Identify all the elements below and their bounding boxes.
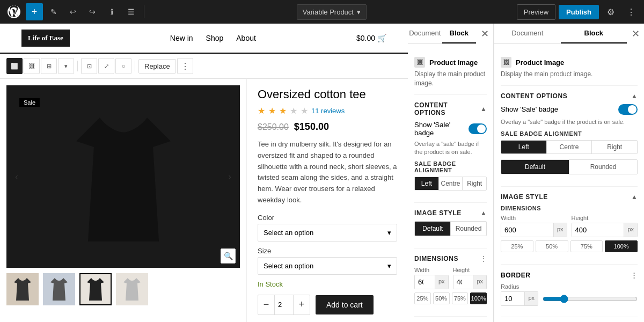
right-tab-document[interactable]: Document <box>494 24 561 43</box>
info-button[interactable]: ℹ <box>103 3 120 20</box>
size-select[interactable]: Select an option ▾ <box>258 257 397 275</box>
main-product-image: Sale ‹ › 🔍 <box>6 85 240 268</box>
middle-dimensions-title: Dimensions <box>414 255 458 262</box>
next-image-button[interactable]: › <box>224 167 236 187</box>
prev-image-button[interactable]: ‹ <box>11 167 23 187</box>
wp-logo[interactable] <box>4 2 24 21</box>
middle-style-default-button[interactable]: Default <box>415 222 451 236</box>
right-content-options-header[interactable]: Content options ▲ <box>501 92 638 100</box>
right-radius-input-wrapper: px <box>501 291 538 306</box>
middle-align-left-button[interactable]: Left <box>415 177 439 190</box>
middle-height-input[interactable] <box>453 275 473 289</box>
right-pct-25-button[interactable]: 25% <box>501 240 533 252</box>
middle-image-style-header[interactable]: Image style ▲ <box>414 209 487 217</box>
right-style-default-button[interactable]: Default <box>501 160 569 174</box>
block-ctrl-resize[interactable]: ⤢ <box>98 58 114 74</box>
middle-sale-badge-toggle[interactable] <box>469 123 487 134</box>
thumbnail-2[interactable] <box>43 273 75 305</box>
middle-width-input[interactable] <box>415 275 435 289</box>
right-width-input-row: px <box>501 223 567 237</box>
middle-dimensions-header[interactable]: Dimensions ⋮ <box>414 255 487 262</box>
right-height-input[interactable] <box>572 223 624 237</box>
color-select[interactable]: Select an option ▾ <box>258 224 397 241</box>
middle-width-label: Width <box>414 267 449 273</box>
right-radius-input[interactable] <box>501 292 524 305</box>
middle-tab-document[interactable]: Document <box>408 24 442 43</box>
toolbar-center: Variable Product ▾ <box>149 4 515 20</box>
quantity-input[interactable] <box>274 295 294 314</box>
thumbnail-3[interactable] <box>79 273 112 305</box>
middle-tab-block[interactable]: Block <box>442 24 477 43</box>
undo-button[interactable]: ↩ <box>64 3 82 20</box>
middle-style-buttons: Default Rounded <box>414 221 487 236</box>
middle-pct-75-button[interactable]: 75% <box>452 292 469 304</box>
block-ctrl-crop[interactable]: ⊡ <box>81 58 97 74</box>
middle-pct-50-button[interactable]: 50% <box>433 292 450 304</box>
right-radius-slider[interactable] <box>543 295 638 303</box>
middle-align-centre-button[interactable]: Centre <box>439 177 463 190</box>
right-panel-close-button[interactable]: ✕ <box>627 24 644 44</box>
right-image-style-header[interactable]: Image style ▲ <box>501 193 638 201</box>
more-block-options-button[interactable]: ⋮ <box>177 58 193 74</box>
color-placeholder: Select an option <box>264 229 313 237</box>
right-product-image-label: 🖼 Product Image <box>501 57 638 68</box>
right-width-input[interactable] <box>501 223 553 237</box>
middle-align-right-button[interactable]: Right <box>463 177 486 190</box>
stock-status: In Stock <box>258 280 397 288</box>
right-product-image-title: Product Image <box>516 58 564 67</box>
quantity-increase-button[interactable]: + <box>294 295 310 314</box>
middle-height-group: Height px <box>453 267 487 289</box>
redo-button[interactable]: ↪ <box>84 3 101 20</box>
nav-about[interactable]: About <box>236 34 256 42</box>
more-options-button[interactable]: ⋮ <box>623 3 640 20</box>
list-view-button[interactable]: ☰ <box>122 3 140 20</box>
middle-pct-25-button[interactable]: 25% <box>414 292 431 304</box>
middle-panel-content: 🖼 Product Image Display the main product… <box>408 44 493 322</box>
add-block-button[interactable]: + <box>26 3 43 20</box>
right-alignment-label: SALE BADGE ALIGNMENT <box>501 130 638 137</box>
quantity-decrease-button[interactable]: − <box>258 295 274 314</box>
right-style-rounded-button[interactable]: Rounded <box>569 160 637 174</box>
edit-tool-button[interactable]: ✎ <box>45 3 62 20</box>
middle-content-options-header[interactable]: Content options ▲ <box>414 101 487 116</box>
nav-new-in[interactable]: New in <box>170 34 193 42</box>
replace-button[interactable]: Replace <box>138 59 176 74</box>
middle-product-image-section: 🖼 Product Image Display the main product… <box>414 50 487 95</box>
post-type-selector[interactable]: Variable Product ▾ <box>297 4 367 20</box>
add-to-cart-button[interactable]: Add to cart <box>316 295 374 314</box>
right-product-image-desc: Display the main product image. <box>501 70 638 79</box>
nav-shop[interactable]: Shop <box>206 34 224 42</box>
middle-style-rounded-button[interactable]: Rounded <box>451 222 486 236</box>
store-cart[interactable]: $0.00 🛒 <box>356 34 386 42</box>
thumbnail-4[interactable] <box>116 273 148 305</box>
right-panel-tabs: Document Block <box>494 24 627 44</box>
block-ctrl-circle[interactable]: ○ <box>115 58 131 74</box>
thumbnail-1[interactable] <box>6 273 39 305</box>
zoom-button[interactable]: 🔍 <box>221 248 236 264</box>
block-ctrl-arrow[interactable]: ▾ <box>58 58 74 74</box>
reviews-link[interactable]: 11 reviews <box>311 107 345 115</box>
right-tab-block[interactable]: Block <box>561 24 627 43</box>
right-align-centre-button[interactable]: Centre <box>547 141 592 153</box>
right-pct-50-button[interactable]: 50% <box>536 240 568 252</box>
middle-height-input-row: px <box>453 275 487 289</box>
right-height-unit: px <box>624 223 637 237</box>
publish-button[interactable]: Publish <box>559 5 599 19</box>
right-pct-75-button[interactable]: 75% <box>570 240 603 252</box>
product-title: Oversized cotton tee <box>258 87 397 101</box>
middle-pct-100-button[interactable]: 100% <box>470 292 487 304</box>
right-pct-100-button[interactable]: 100% <box>605 240 638 252</box>
block-ctrl-image[interactable]: ⬜ <box>6 58 23 74</box>
block-ctrl-img2[interactable]: 🖼 <box>24 58 40 74</box>
right-align-right-button[interactable]: Right <box>592 141 637 153</box>
right-align-left-button[interactable]: Left <box>501 141 547 153</box>
right-sale-badge-toggle[interactable] <box>618 104 638 115</box>
block-ctrl-grid[interactable]: ⊞ <box>41 58 57 74</box>
sale-price: $150.00 <box>294 121 329 133</box>
middle-product-image-desc: Display the main product image. <box>414 70 487 88</box>
settings-button[interactable]: ⚙ <box>602 3 619 20</box>
size-label: Size <box>258 247 397 255</box>
middle-sale-badge-toggle-row: Show 'Sale' badge <box>414 121 487 137</box>
middle-panel-close-button[interactable]: ✕ <box>476 24 493 44</box>
preview-button[interactable]: Preview <box>517 4 555 20</box>
